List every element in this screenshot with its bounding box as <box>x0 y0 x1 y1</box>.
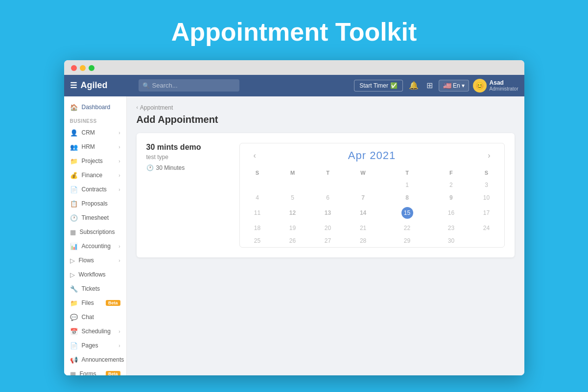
calendar-day <box>469 234 504 247</box>
brand-name: Agiled <box>81 80 108 91</box>
chevron-right-icon: › <box>118 343 120 348</box>
flows-icon: ▷ <box>70 257 75 264</box>
appointment-type: test type <box>146 154 225 161</box>
beta-badge-forms: Beta <box>106 371 120 375</box>
calendar-weekday-row: S M T W T F S <box>240 168 504 179</box>
chevron-right-icon: › <box>118 144 120 150</box>
calendar-day: 4 <box>240 191 275 204</box>
finance-icon: 💰 <box>70 172 78 179</box>
sidebar-item-contracts[interactable]: 📄 Contracts › <box>64 183 126 197</box>
sidebar-item-accounting[interactable]: 📊 Accounting › <box>64 239 126 254</box>
calendar-day: 1 <box>381 179 434 191</box>
sidebar-item-scheduling[interactable]: 📅 Scheduling › <box>64 324 126 339</box>
sidebar-item-dashboard[interactable]: 🏠 Dashboard <box>64 100 126 115</box>
calendar-day: 29 <box>381 234 434 247</box>
calendar-day[interactable]: 12 <box>275 204 310 222</box>
calendar-week-row: 11121314151617 <box>240 204 504 222</box>
calendar-day: 28 <box>346 234 381 247</box>
navbar-brand: ☰ Agiled <box>70 80 134 91</box>
calendar-day: 6 <box>310 191 346 204</box>
duration-clock-icon: 🕐 <box>146 164 154 171</box>
people-icon: 👥 <box>70 143 78 151</box>
calendar-day: 20 <box>310 222 346 234</box>
hamburger-icon[interactable]: ☰ <box>70 81 77 90</box>
calendar-day: 18 <box>240 222 275 234</box>
sidebar-item-forms[interactable]: ▦ Forms Beta <box>64 367 126 375</box>
appointment-name: 30 mints demo <box>146 143 225 152</box>
sidebar-item-finance[interactable]: 💰 Finance › <box>64 168 126 183</box>
calendar-day: 10 <box>469 191 504 204</box>
calendar-day: 16 <box>433 204 469 222</box>
sidebar-item-announcements[interactable]: 📢 Announcements <box>64 353 126 367</box>
weekday-m: M <box>275 168 310 179</box>
sidebar-item-pages[interactable]: 📄 Pages › <box>64 339 126 353</box>
sidebar-item-chat[interactable]: 💬 Chat <box>64 310 126 324</box>
grid-icon[interactable]: ⊞ <box>424 79 435 92</box>
person-icon: 👤 <box>70 129 78 137</box>
sidebar-item-workflows[interactable]: ▷ Workflows <box>64 268 126 282</box>
subscriptions-icon: ▦ <box>70 229 76 236</box>
notification-icon[interactable]: 🔔 <box>407 79 421 92</box>
calendar-day[interactable]: 14 <box>346 204 381 222</box>
browser-chrome <box>64 60 524 75</box>
chevron-right-icon: › <box>118 130 120 136</box>
calendar-day <box>275 179 310 191</box>
appointment-card: 30 mints demo test type 🕐 30 Minutes ‹ A… <box>137 133 515 257</box>
weekday-s1: S <box>240 168 275 179</box>
sidebar-item-tickets[interactable]: 🔧 Tickets <box>64 282 126 296</box>
sidebar-section: BUSINESS <box>64 115 126 126</box>
weekday-t2: T <box>381 168 434 179</box>
calendar-day[interactable]: 9 <box>433 191 469 204</box>
sidebar-item-crm[interactable]: 👤 CRM › <box>64 126 126 140</box>
timer-check-icon: ✅ <box>390 82 398 89</box>
clock-icon: 🕐 <box>70 214 78 222</box>
hero-title: Appointment Toolkit <box>171 17 417 46</box>
sidebar-item-proposals[interactable]: 📋 Proposals <box>64 197 126 211</box>
chevron-right-icon: › <box>118 258 120 263</box>
calendar-day: 11 <box>240 204 275 222</box>
chat-icon: 💬 <box>70 314 78 321</box>
language-selector[interactable]: 🇺🇸 En ▾ <box>439 80 469 92</box>
files-icon: 📁 <box>70 300 78 307</box>
scheduling-icon: 📅 <box>70 328 78 335</box>
dot-maximize[interactable] <box>89 65 94 71</box>
breadcrumb-chevron: ‹ <box>137 105 138 110</box>
calendar-day: 23 <box>433 222 469 234</box>
weekday-w: W <box>346 168 381 179</box>
calendar-next-button[interactable]: › <box>484 149 494 162</box>
lang-chevron-icon: ▾ <box>462 82 465 89</box>
appointment-duration: 🕐 30 Minutes <box>146 164 225 171</box>
forms-icon: ▦ <box>70 370 76 375</box>
calendar-day[interactable]: 15 <box>381 204 434 222</box>
calendar-day: 17 <box>469 204 504 222</box>
calendar-grid: S M T W T F S 12345678910111213 <box>240 168 504 247</box>
chevron-right-icon: › <box>118 187 120 192</box>
sidebar-item-hrm[interactable]: 👥 HRM › <box>64 140 126 154</box>
calendar-day[interactable]: 7 <box>346 191 381 204</box>
search-input[interactable] <box>139 79 239 92</box>
calendar-day: 25 <box>240 234 275 247</box>
calendar-day: 27 <box>310 234 346 247</box>
sidebar-item-timesheet[interactable]: 🕐 Timesheet <box>64 211 126 225</box>
browser-window: ☰ Agiled 🔍 Start Timer ✅ 🔔 ⊞ 🇺🇸 En ▾ <box>64 60 524 375</box>
dot-close[interactable] <box>71 65 77 71</box>
avatar: 😊 <box>473 79 487 92</box>
calendar-prev-button[interactable]: ‹ <box>250 149 260 162</box>
dot-minimize[interactable] <box>80 65 86 71</box>
calendar-week-row: 45678910 <box>240 191 504 204</box>
home-icon: 🏠 <box>70 104 78 111</box>
sidebar-item-files[interactable]: 📁 Files Beta <box>64 296 126 310</box>
tickets-icon: 🔧 <box>70 285 78 293</box>
sidebar-item-projects[interactable]: 📁 Projects › <box>64 154 126 168</box>
calendar-week-row: 18192021222324 <box>240 222 504 234</box>
user-badge[interactable]: 😊 Asad Administrator <box>473 79 518 92</box>
navbar-actions: Start Timer ✅ 🔔 ⊞ 🇺🇸 En ▾ 😊 Asad Ad <box>354 79 518 92</box>
calendar-day[interactable]: 13 <box>310 204 346 222</box>
search-wrapper: 🔍 <box>139 79 350 92</box>
calendar-day <box>310 179 346 191</box>
calendar-day: 3 <box>469 179 504 191</box>
sidebar-item-subscriptions[interactable]: ▦ Subscriptions <box>64 225 126 239</box>
sidebar-item-flows[interactable]: ▷ Flows › <box>64 254 126 268</box>
start-timer-button[interactable]: Start Timer ✅ <box>354 80 403 92</box>
calendar-day[interactable]: 8 <box>381 191 434 204</box>
